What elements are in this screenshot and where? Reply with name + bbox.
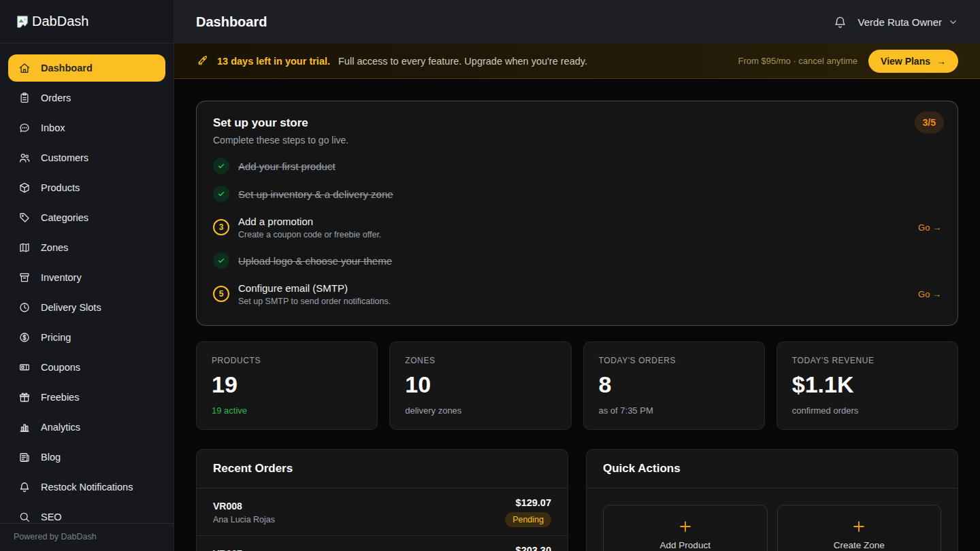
sidebar-item-label: Categories [41, 212, 88, 223]
setup-step-done: Upload logo & choose your theme [213, 251, 941, 270]
check-icon [213, 186, 229, 202]
stat-label: PRODUCTS [212, 356, 362, 365]
notification-bell-icon[interactable] [833, 15, 847, 29]
sidebar-item-pricing[interactable]: Pricing [8, 324, 165, 351]
home-icon [18, 62, 31, 74]
search-icon [18, 511, 31, 523]
user-name: Verde Ruta Owner [858, 16, 942, 28]
cube-icon [18, 182, 31, 194]
quick-actions-panel: Quick Actions Add Product Create Zone [586, 449, 958, 551]
sidebar-item-coupons[interactable]: Coupons [8, 354, 165, 381]
users-icon [18, 152, 31, 164]
sidebar-item-inventory[interactable]: Inventory [8, 264, 165, 291]
setup-subtitle: Complete these steps to go live. [213, 135, 941, 146]
brand-name: DabDash [32, 14, 88, 29]
dollar-circle-icon [18, 331, 31, 344]
step-go-link[interactable]: Go → [918, 289, 941, 299]
broken-image-icon [15, 14, 30, 29]
setup-store-card: Set up your store Complete these steps t… [196, 101, 958, 326]
stat-sub: confirmed orders [792, 405, 943, 416]
stat-label: TODAY'S REVENUE [792, 356, 943, 365]
topbar: Dashboard Verde Ruta Owner [174, 0, 980, 44]
sidebar-item-label: Blog [41, 452, 61, 463]
newspaper-icon [18, 451, 31, 463]
chat-bubble-icon [18, 122, 31, 134]
sidebar-item-products[interactable]: Products [8, 174, 165, 201]
step-description: Create a coupon code or freebie offer. [238, 230, 381, 239]
quick-actions-title: Quick Actions [587, 450, 958, 488]
order-amount: $203.30 [497, 545, 551, 551]
sidebar-nav: Dashboard Orders Inbox Customers Product… [0, 44, 174, 523]
order-row[interactable]: VR007 Daniel Torres $203.30 Confirmed [197, 536, 568, 551]
sidebar-item-label: Coupons [41, 362, 80, 373]
bell-icon [18, 481, 31, 493]
step-number-badge: 3 [213, 219, 229, 235]
stats-row: PRODUCTS 19 19 active ZONES 10 delivery … [196, 341, 958, 430]
main-area: Dashboard Verde Ruta Owner 13 days left … [174, 0, 980, 551]
sidebar-item-label: Zones [41, 242, 68, 253]
sidebar-item-customers[interactable]: Customers [8, 144, 165, 171]
pricing-note: From $95/mo · cancel anytime [738, 56, 858, 66]
recent-orders-title: Recent Orders [197, 450, 568, 488]
clock-icon [18, 301, 31, 314]
order-id: VR007 [213, 548, 263, 551]
sidebar-item-blog[interactable]: Blog [8, 444, 165, 471]
plus-icon [851, 519, 866, 534]
setup-progress-badge: 3/5 [915, 112, 944, 133]
step-go-link[interactable]: Go → [918, 222, 941, 233]
arrow-right-icon: → [936, 56, 946, 67]
view-plans-button[interactable]: View Plans → [868, 50, 958, 73]
rocket-icon [196, 54, 209, 67]
bar-chart-icon [18, 421, 31, 433]
setup-title: Set up your store [213, 116, 941, 130]
sidebar-item-dashboard[interactable]: Dashboard [8, 54, 165, 82]
step-title: Add a promotion [238, 216, 381, 227]
sidebar: DabDash Dashboard Orders Inbox Customers… [0, 0, 174, 551]
order-row[interactable]: VR008 Ana Lucia Rojas $129.07 Pending [197, 488, 568, 536]
status-badge: Pending [505, 512, 551, 527]
stat-value: 8 [599, 371, 749, 398]
sidebar-item-label: Products [41, 182, 80, 193]
step-number-badge: 5 [213, 286, 229, 302]
page-title: Dashboard [196, 14, 267, 30]
sidebar-item-orders[interactable]: Orders [8, 84, 165, 112]
sidebar-item-label: Analytics [41, 422, 80, 433]
step-label: Add your first product [238, 161, 336, 172]
sidebar-item-label: Inbox [41, 122, 65, 133]
logo: DabDash [0, 0, 174, 44]
plus-icon [678, 519, 693, 534]
map-icon [18, 241, 31, 254]
sidebar-item-delivery-slots[interactable]: Delivery Slots [8, 294, 165, 321]
sidebar-item-label: SEO [41, 512, 62, 522]
create-zone-button[interactable]: Create Zone [777, 505, 942, 551]
check-icon [213, 158, 229, 174]
stat-sub: as of 7:35 PM [599, 405, 749, 416]
setup-step-done: Set up inventory & a delivery zone [213, 184, 941, 203]
stat-card-zones: ZONES 10 delivery zones [389, 341, 571, 430]
sidebar-item-analytics[interactable]: Analytics [8, 414, 165, 441]
sidebar-item-categories[interactable]: Categories [8, 204, 165, 231]
ticket-icon [18, 361, 31, 373]
sidebar-item-zones[interactable]: Zones [8, 234, 165, 261]
user-menu[interactable]: Verde Ruta Owner [858, 16, 958, 28]
add-product-button[interactable]: Add Product [603, 505, 768, 551]
quick-action-label: Add Product [660, 540, 710, 550]
sidebar-item-restock-notifications[interactable]: Restock Notifications [8, 473, 165, 501]
setup-step-todo: 3 Add a promotion Create a coupon code o… [213, 212, 941, 242]
sidebar-item-freebies[interactable]: Freebies [8, 384, 165, 411]
sidebar-item-seo[interactable]: SEO [8, 503, 165, 523]
stat-card-todays-revenue: TODAY'S REVENUE $1.1K confirmed orders [777, 341, 958, 430]
order-customer: Ana Lucia Rojas [213, 515, 275, 524]
stat-label: TODAY'S ORDERS [599, 356, 749, 365]
setup-step-todo: 5 Configure email (SMTP) Set up SMTP to … [213, 279, 941, 309]
step-description: Set up SMTP to send order notifications. [238, 297, 391, 306]
powered-by: Powered by DabDash [0, 523, 174, 551]
sidebar-item-inbox[interactable]: Inbox [8, 114, 165, 141]
stat-sub: delivery zones [405, 405, 555, 416]
trial-days-left: 13 days left in your trial. [217, 56, 330, 67]
setup-steps: Add your first product Set up inventory … [213, 156, 941, 309]
tag-icon [18, 212, 31, 224]
order-amount: $129.07 [505, 497, 551, 508]
sidebar-item-label: Dashboard [41, 63, 93, 73]
stat-value: $1.1K [792, 371, 943, 398]
